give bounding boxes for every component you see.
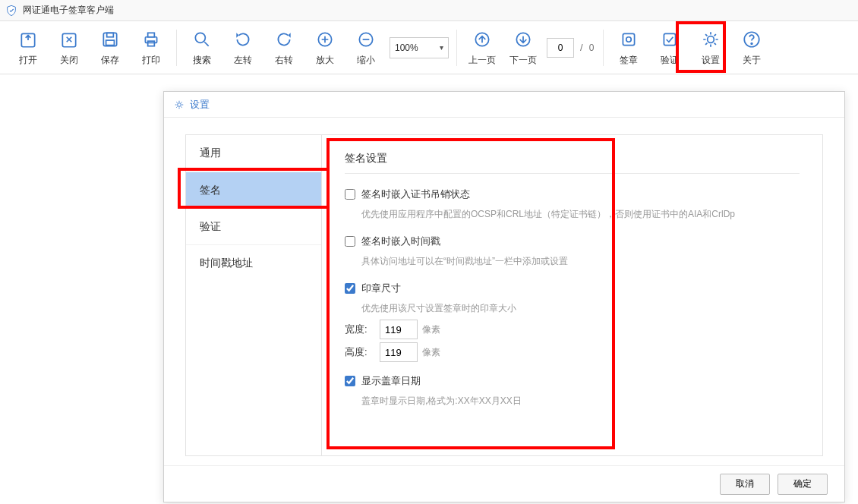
seal-icon — [617, 28, 640, 51]
width-row: 宽度: 像素 — [345, 320, 800, 339]
open-button[interactable]: 打开 — [8, 24, 49, 71]
arrow-down-icon — [512, 28, 535, 51]
tab-general[interactable]: 通用 — [186, 135, 321, 172]
svg-point-18 — [751, 43, 752, 45]
dialog-title-text: 设置 — [190, 98, 210, 112]
svg-rect-3 — [107, 33, 114, 36]
revocation-label: 签名时嵌入证书吊销状态 — [361, 187, 470, 201]
dialog-content-panel: 签名设置 签名时嵌入证书吊销状态 优先使用应用程序中配置的OCSP和CRL地址（… — [322, 134, 823, 456]
height-unit: 像素 — [422, 346, 440, 359]
question-icon — [740, 28, 763, 51]
zoom-value: 100% — [395, 43, 418, 53]
rotate-right-button[interactable]: 右转 — [263, 24, 304, 71]
print-icon — [140, 28, 162, 51]
opt-revocation: 签名时嵌入证书吊销状态 — [345, 187, 800, 201]
rotate-left-button[interactable]: 左转 — [222, 24, 263, 71]
cancel-button[interactable]: 取消 — [720, 474, 770, 495]
zoom-out-icon — [355, 28, 377, 51]
section-divider — [345, 173, 800, 174]
timestamp-checkbox[interactable] — [345, 236, 355, 247]
page-indicator: / 0 — [547, 38, 594, 58]
gear-icon — [173, 99, 185, 111]
search-button[interactable]: 搜索 — [181, 24, 222, 71]
zoom-in-icon — [314, 28, 336, 51]
svg-rect-6 — [148, 33, 155, 36]
verify-icon — [658, 28, 681, 51]
zoom-in-button[interactable]: 放大 — [304, 24, 345, 71]
showdate-desc: 盖章时显示日期,格式为:XX年XX月XX日 — [361, 394, 800, 408]
app-shield-icon — [5, 4, 18, 17]
showdate-label: 显示盖章日期 — [361, 374, 421, 388]
open-icon — [17, 28, 39, 51]
next-page-button[interactable]: 下一页 — [503, 24, 544, 71]
settings-button[interactable]: 设置 — [690, 24, 731, 71]
zoom-out-button[interactable]: 缩小 — [345, 24, 386, 71]
opt-sealsize: 印章尺寸 — [345, 282, 800, 295]
section-title: 签名设置 — [345, 152, 800, 165]
width-label: 宽度: — [345, 323, 375, 336]
toolbar-separator — [176, 30, 177, 66]
height-label: 高度: — [345, 345, 375, 359]
svg-rect-15 — [664, 33, 676, 45]
dialog-body: 通用 签名 验证 时间戳地址 签名设置 签名时嵌入证书吊销状态 优先使用应用程序… — [164, 118, 844, 465]
page-total: 0 — [589, 43, 595, 53]
settings-dialog: 设置 通用 签名 验证 时间戳地址 签名设置 签名时嵌入证书吊销状态 优先使用应… — [163, 91, 845, 502]
window-title: 网证通电子签章客户端 — [23, 4, 114, 17]
timestamp-label: 签名时嵌入时间戳 — [361, 235, 440, 248]
opt-showdate: 显示盖章日期 — [345, 374, 800, 388]
svg-rect-13 — [623, 33, 635, 45]
sealsize-desc: 优先使用该尺寸设置签章时的印章大小 — [361, 301, 800, 315]
svg-rect-4 — [106, 40, 115, 46]
width-unit: 像素 — [422, 323, 440, 336]
page-number-input[interactable] — [547, 38, 574, 58]
dialog-footer: 取消 确定 — [164, 465, 844, 502]
showdate-checkbox[interactable] — [345, 376, 355, 386]
svg-point-8 — [195, 33, 205, 43]
save-icon — [99, 28, 121, 51]
sealsize-checkbox[interactable] — [345, 283, 355, 294]
svg-point-14 — [626, 37, 632, 43]
save-button[interactable]: 保存 — [90, 24, 131, 71]
revocation-checkbox[interactable] — [345, 189, 355, 200]
timestamp-desc: 具体访问地址可以在“时间戳地址”一栏中添加或设置 — [361, 254, 800, 268]
search-icon — [191, 28, 213, 51]
svg-rect-7 — [148, 41, 155, 46]
svg-rect-5 — [145, 37, 156, 43]
gear-icon — [699, 28, 722, 51]
tab-verify[interactable]: 验证 — [186, 208, 321, 244]
prev-page-button[interactable]: 上一页 — [462, 24, 503, 71]
verify-button[interactable]: 验证 — [649, 24, 690, 71]
arrow-up-icon — [471, 28, 494, 51]
titlebar: 网证通电子签章客户端 — [0, 0, 858, 21]
tab-signature[interactable]: 签名 — [186, 172, 321, 208]
ok-button[interactable]: 确定 — [778, 474, 828, 495]
close-icon — [58, 28, 80, 51]
rotate-left-icon — [232, 28, 254, 51]
sealsize-label: 印章尺寸 — [361, 282, 401, 295]
height-input[interactable] — [380, 342, 418, 362]
toolbar: 打开 关闭 保存 打印 搜索 左转 右转 放大 缩小 100% ▾ 上一页 — [0, 21, 858, 74]
tab-timestamp[interactable]: 时间戳地址 — [186, 244, 321, 281]
page-separator: / — [580, 42, 583, 53]
revocation-desc: 优先使用应用程序中配置的OCSP和CRL地址（特定证书链），否则使用证书中的AI… — [361, 207, 800, 221]
print-button[interactable]: 打印 — [131, 24, 172, 71]
dialog-side-tabs: 通用 签名 验证 时间戳地址 — [185, 134, 322, 456]
svg-point-16 — [708, 36, 714, 43]
opt-timestamp: 签名时嵌入时间戳 — [345, 235, 800, 248]
toolbar-separator — [603, 30, 604, 66]
height-row: 高度: 像素 — [345, 342, 800, 362]
close-button[interactable]: 关闭 — [49, 24, 90, 71]
toolbar-separator — [456, 30, 457, 66]
svg-point-19 — [178, 102, 181, 106]
zoom-select[interactable]: 100% ▾ — [390, 37, 449, 58]
rotate-right-icon — [273, 28, 295, 51]
dialog-title: 设置 — [164, 92, 844, 118]
seal-button[interactable]: 签章 — [608, 24, 649, 71]
about-button[interactable]: 关于 — [731, 24, 772, 71]
width-input[interactable] — [380, 320, 418, 339]
chevron-down-icon: ▾ — [440, 43, 443, 52]
